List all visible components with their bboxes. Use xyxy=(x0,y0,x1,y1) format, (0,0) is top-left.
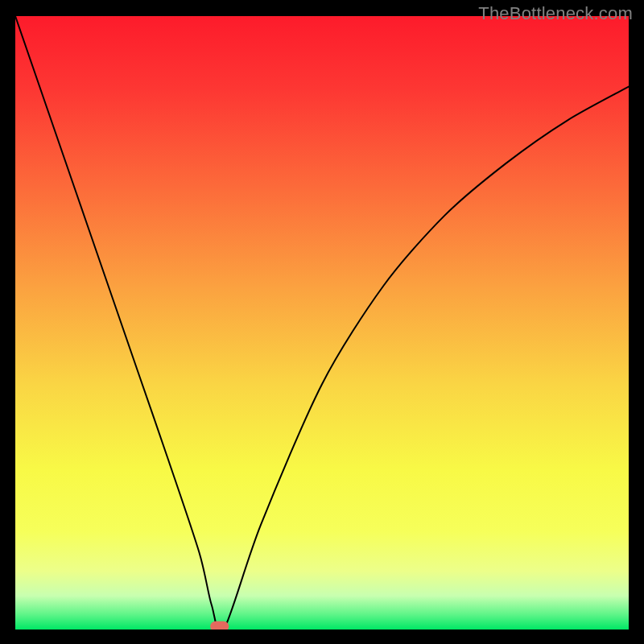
watermark-text: TheBottleneck.com xyxy=(478,3,633,24)
gradient-background xyxy=(15,16,629,630)
plot-area xyxy=(15,16,629,630)
chart-frame: TheBottleneck.com xyxy=(0,0,644,644)
svg-rect-2 xyxy=(216,621,224,630)
optimum-marker xyxy=(210,621,229,630)
plot-svg xyxy=(15,16,629,630)
